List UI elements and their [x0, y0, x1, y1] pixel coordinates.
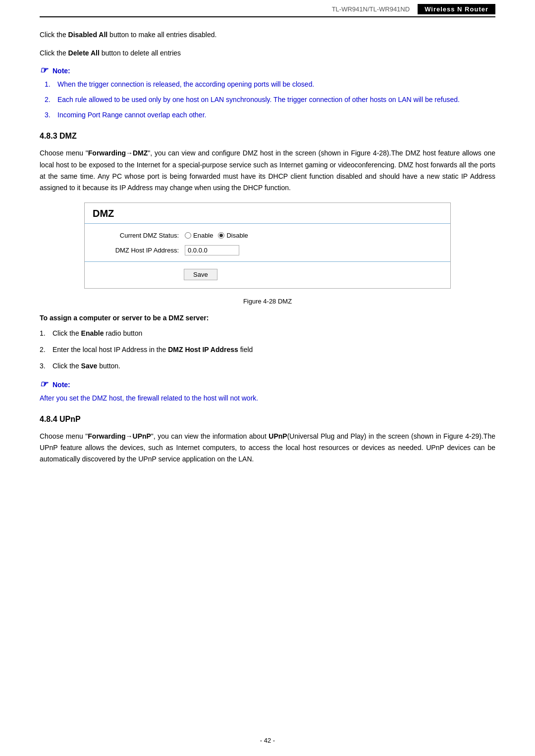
note-icon-2: ☞	[40, 380, 50, 390]
upnp-bold: UPnP	[268, 432, 287, 440]
product-title: Wireless N Router	[418, 4, 495, 14]
note-label-2: ☞ Note:	[40, 380, 495, 390]
note-label-1: ☞ Note:	[40, 66, 495, 76]
note-icon-1: ☞	[40, 66, 50, 76]
note-item-2: 2. Each rule allowed to be used only by …	[45, 94, 495, 105]
dmz-enable-radio[interactable]: Enable	[185, 232, 213, 239]
assign-step-1: 1. Click the Enable radio button	[40, 328, 495, 339]
dmz-save-button[interactable]: Save	[184, 269, 217, 280]
assign-steps-list: 1. Click the Enable radio button 2. Ente…	[40, 328, 495, 372]
assign-step-3: 3. Click the Save button.	[40, 360, 495, 372]
note2-text: After you set the DMZ host, the firewall…	[40, 393, 495, 404]
dmz-status-label: Current DMZ Status:	[95, 232, 179, 239]
section-484-heading: 4.8.4 UPnP	[40, 415, 495, 424]
disable-radio-label: Disable	[226, 232, 248, 239]
note-list-1: 1. When the trigger connection is releas…	[45, 79, 495, 121]
page-footer: - 42 -	[0, 737, 535, 744]
disabled-all-para: Click the Disabled All button to make al…	[40, 29, 495, 41]
assign-heading: To assign a computer or server to be a D…	[40, 314, 495, 322]
dmz-divider	[85, 261, 450, 262]
section-483-heading: 4.8.3 DMZ	[40, 132, 495, 141]
page-number: - 42 -	[260, 737, 275, 744]
dmz-ip-label: DMZ Host IP Address:	[95, 247, 179, 254]
model-number: TL-WR941N/TL-WR941ND	[332, 5, 410, 13]
dmz-save-row: Save	[85, 267, 450, 282]
dmz-status-row: Current DMZ Status: Enable Disable	[95, 232, 440, 239]
dmz-box-title: DMZ	[85, 203, 450, 224]
figure-caption: Figure 4-28 DMZ	[40, 298, 495, 305]
dmz-host-ip-bold: DMZ Host IP Address	[168, 346, 238, 353]
section-483-para: Choose menu "Forwarding→DMZ", you can vi…	[40, 148, 495, 193]
dmz-box-body: Current DMZ Status: Enable Disable DMZ H…	[85, 224, 450, 255]
forwarding-upnp-bold: Forwarding→UPnP	[88, 432, 151, 440]
delete-all-para: Click the Delete All button to delete al…	[40, 48, 495, 59]
dmz-config-box: DMZ Current DMZ Status: Enable Disable D…	[84, 202, 451, 289]
note-item-1: 1. When the trigger connection is releas…	[45, 79, 495, 90]
dmz-status-radios: Enable Disable	[185, 232, 248, 239]
delete-all-bold: Delete All	[68, 49, 100, 57]
dmz-disable-radio[interactable]: Disable	[218, 232, 248, 239]
forwarding-dmz-bold: Forwarding→DMZ	[88, 149, 148, 157]
assign-step-2: 2. Enter the local host IP Address in th…	[40, 344, 495, 355]
note-item-3: 3. Incoming Port Range cannot overlap ea…	[45, 109, 495, 121]
save-bold: Save	[81, 362, 98, 370]
dmz-ip-row: DMZ Host IP Address:	[95, 245, 440, 255]
disable-radio-circle[interactable]	[218, 232, 224, 239]
page-header: TL-WR941N/TL-WR941ND Wireless N Router	[40, 0, 495, 17]
enable-radio-circle[interactable]	[185, 232, 191, 239]
dmz-host-ip-input[interactable]	[185, 245, 239, 255]
section-484-para: Choose menu "Forwarding→UPnP", you can v…	[40, 431, 495, 465]
disabled-all-bold: Disabled All	[68, 31, 108, 39]
enable-radio-label: Enable	[193, 232, 213, 239]
enable-bold: Enable	[81, 329, 104, 337]
